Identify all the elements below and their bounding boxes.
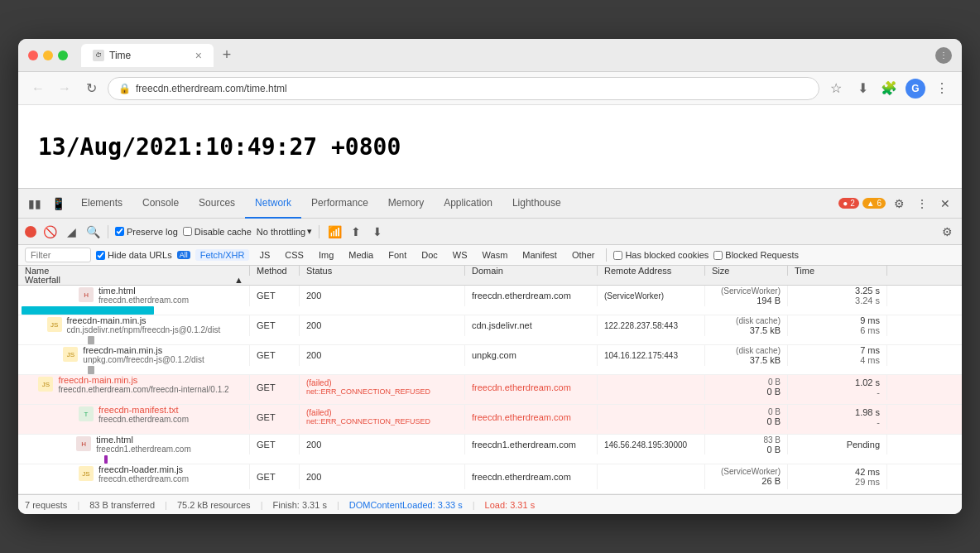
table-body: H time.html freecdn.etherdream.com GET20…	[18, 286, 962, 494]
waterfall-bar	[104, 455, 108, 464]
reload-button[interactable]: ↻	[81, 79, 101, 99]
tab-memory[interactable]: Memory	[378, 189, 434, 219]
tab-close-button[interactable]: ×	[195, 49, 202, 62]
col-method[interactable]: Method	[250, 266, 300, 276]
chrome-menu-icon[interactable]: ⋮	[932, 79, 952, 99]
table-row[interactable]: H time.html freecdn.etherdream.com GET20…	[18, 286, 962, 315]
waterfall-bar	[22, 306, 154, 315]
filter-css[interactable]: CSS	[280, 249, 309, 261]
cell-time-4: 1.98 s-	[788, 405, 887, 430]
device-toolbar-icon[interactable]: 📱	[48, 194, 68, 214]
table-row[interactable]: JS freecdn-main.min.js freecdn.etherdrea…	[18, 375, 962, 405]
export-har-icon[interactable]: ⬆	[348, 224, 364, 240]
filter-img[interactable]: Img	[314, 249, 339, 261]
cell-remote-6	[598, 464, 705, 489]
cell-method-6: GET	[250, 464, 300, 489]
hide-data-urls-checkbox[interactable]: Hide data URLs	[96, 250, 172, 260]
network-settings-icon[interactable]: ⚙	[939, 224, 955, 240]
filter-fetch-xhr[interactable]: Fetch/XHR	[195, 249, 250, 261]
file-icon: H	[76, 436, 91, 451]
cell-domain-5: freecdn1.etherdream.com	[465, 435, 598, 454]
back-button[interactable]: ←	[28, 79, 48, 99]
clear-har-icon[interactable]: ⬇	[369, 224, 386, 240]
minimize-window-button[interactable]	[43, 50, 53, 60]
col-waterfall[interactable]: Waterfall ▲	[18, 276, 250, 286]
clear-log-icon[interactable]: 🚫	[41, 224, 58, 240]
address-bar: ← → ↻ 🔒 freecdn.etherdream.com/time.html…	[18, 72, 962, 105]
filter-manifest[interactable]: Manifest	[517, 249, 562, 261]
filter-other[interactable]: Other	[567, 249, 600, 261]
forward-button[interactable]: →	[55, 79, 74, 99]
filter-font[interactable]: Font	[383, 249, 411, 261]
file-path: freecdn.etherdream.com/freecdn-internal/…	[58, 385, 228, 394]
tab-elements[interactable]: Elements	[71, 189, 132, 219]
network-toolbar: 🚫 ◢ 🔍 Preserve log Disable cache No thro…	[18, 219, 962, 245]
col-name[interactable]: Name	[18, 266, 250, 276]
filter-input[interactable]	[25, 248, 91, 262]
preserve-log-checkbox[interactable]: Preserve log	[115, 227, 178, 237]
tab-favicon: ⏱	[93, 50, 104, 61]
tab-console[interactable]: Console	[132, 189, 189, 219]
tab-network[interactable]: Network	[245, 189, 301, 219]
has-blocked-cookies-checkbox[interactable]: Has blocked cookies	[613, 250, 709, 260]
table-row[interactable]: H time.html freecdn1.etherdream.com GET2…	[18, 435, 962, 464]
file-name: freecdn-loader.min.js	[98, 464, 189, 474]
col-status[interactable]: Status	[300, 266, 465, 276]
col-remote[interactable]: Remote Address	[598, 266, 705, 276]
table-row[interactable]: JS freecdn-main.min.js cdn.jsdelivr.net/…	[18, 315, 962, 345]
col-size[interactable]: Size	[705, 266, 788, 276]
file-name: freecdn-main.min.js	[83, 345, 204, 355]
url-bar[interactable]: 🔒 freecdn.etherdream.com/time.html	[108, 77, 819, 100]
maximize-window-button[interactable]	[58, 50, 68, 60]
filter-icon[interactable]: ◢	[63, 224, 79, 240]
filter-wasm[interactable]: Wasm	[478, 249, 513, 261]
cell-method-1: GET	[250, 315, 300, 336]
file-icon: T	[79, 406, 94, 421]
dom-content-loaded: DOMContentLoaded: 3.33 s	[349, 500, 463, 510]
tab-lighthouse[interactable]: Lighthouse	[502, 189, 571, 219]
cell-name-4: T freecdn-manifest.txt freecdn.etherdrea…	[18, 405, 250, 430]
close-devtools-icon[interactable]: ✕	[935, 194, 955, 214]
file-path: freecdn.etherdream.com	[98, 296, 189, 305]
extensions-icon[interactable]: 🧩	[879, 79, 899, 99]
cell-status-5: 200	[300, 435, 465, 454]
table-row[interactable]: JS freecdn-main.min.js unpkg.com/freecdn…	[18, 345, 962, 375]
tab-sources[interactable]: Sources	[189, 189, 245, 219]
tab-application[interactable]: Application	[434, 189, 502, 219]
more-options-icon[interactable]: ⋮	[912, 194, 932, 214]
cell-waterfall-2	[18, 366, 250, 375]
cell-status-4: (failed)net::ERR_CONNECTION_REFUSED	[300, 405, 465, 430]
cell-time-3: 1.02 s-	[788, 375, 887, 400]
close-window-button[interactable]	[28, 50, 38, 60]
bookmark-icon[interactable]: ☆	[826, 79, 846, 99]
file-name: freecdn-main.min.js	[67, 315, 221, 325]
col-domain[interactable]: Domain	[465, 266, 598, 276]
cell-time-0: 3.25 s3.24 s	[788, 286, 887, 306]
download-icon[interactable]: ⬇	[853, 79, 872, 99]
table-row[interactable]: T freecdn-manifest.txt freecdn.etherdrea…	[18, 405, 962, 435]
filter-bar: Hide data URLs All Fetch/XHR JS CSS Img …	[18, 245, 962, 266]
filter-doc[interactable]: Doc	[416, 249, 443, 261]
settings-icon[interactable]: ⚙	[889, 194, 909, 214]
filter-js[interactable]: JS	[254, 249, 275, 261]
record-button[interactable]	[25, 226, 36, 238]
cell-remote-5: 146.56.248.195:30000	[598, 435, 705, 454]
table-row[interactable]: JS freecdn-loader.min.js freecdn.etherdr…	[18, 464, 962, 494]
disable-cache-checkbox[interactable]: Disable cache	[183, 227, 252, 237]
blocked-requests-checkbox[interactable]: Blocked Requests	[713, 250, 799, 260]
new-tab-button[interactable]: +	[217, 46, 237, 65]
active-tab[interactable]: ⏱ Time ×	[81, 44, 214, 67]
col-time[interactable]: Time	[788, 266, 887, 276]
filter-media[interactable]: Media	[343, 249, 378, 261]
url-text: freecdn.etherdream.com/time.html	[136, 83, 287, 94]
tab-performance[interactable]: Performance	[301, 189, 378, 219]
cell-status-1: 200	[300, 315, 465, 336]
search-icon[interactable]: 🔍	[84, 224, 101, 240]
file-icon: H	[79, 287, 94, 302]
import-har-icon[interactable]: 📶	[326, 224, 343, 240]
profile-avatar[interactable]: G	[906, 79, 925, 99]
browser-menu-icon[interactable]: ⋮	[935, 47, 952, 64]
filter-ws[interactable]: WS	[448, 249, 473, 261]
inspect-element-icon[interactable]: ▮▮	[25, 194, 45, 214]
throttle-select[interactable]: No throttling ▾	[257, 226, 312, 237]
